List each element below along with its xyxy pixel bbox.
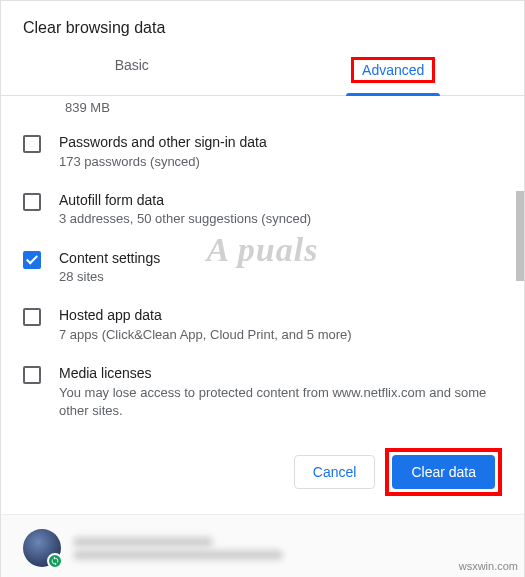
- option-title: Content settings: [59, 249, 502, 269]
- tab-advanced[interactable]: Advanced: [263, 47, 525, 95]
- option-text: Media licenses You may lose access to pr…: [59, 364, 502, 420]
- option-sub: 3 addresses, 50 other suggestions (synce…: [59, 210, 502, 228]
- truncated-size: 839 MB: [23, 96, 502, 123]
- avatar: [23, 529, 61, 567]
- checkbox-hosted-app[interactable]: [23, 308, 41, 326]
- checkbox-media-licenses[interactable]: [23, 366, 41, 384]
- option-title: Passwords and other sign-in data: [59, 133, 502, 153]
- option-sub: 7 apps (Click&Clean App, Cloud Print, an…: [59, 326, 502, 344]
- option-sub: 173 passwords (synced): [59, 153, 502, 171]
- button-row: Cancel Clear data: [1, 430, 524, 514]
- clear-browsing-dialog: Clear browsing data Basic Advanced 839 M…: [0, 0, 525, 577]
- clear-data-highlight: Clear data: [385, 448, 502, 496]
- option-media-licenses: Media licenses You may lose access to pr…: [23, 354, 502, 430]
- options-scroll-area: 839 MB Passwords and other sign-in data …: [1, 96, 524, 430]
- option-text: Hosted app data 7 apps (Click&Clean App,…: [59, 306, 502, 344]
- tab-bar: Basic Advanced: [1, 47, 524, 96]
- dialog-title: Clear browsing data: [1, 1, 524, 47]
- option-passwords: Passwords and other sign-in data 173 pas…: [23, 123, 502, 181]
- option-sub: You may lose access to protected content…: [59, 384, 502, 420]
- option-content-settings: Content settings 28 sites: [23, 239, 502, 297]
- tab-basic-label: Basic: [115, 57, 149, 73]
- option-title: Media licenses: [59, 364, 502, 384]
- option-hosted-app: Hosted app data 7 apps (Click&Clean App,…: [23, 296, 502, 354]
- profile-text-blurred: [73, 534, 502, 563]
- profile-row: [23, 529, 502, 577]
- scrollbar[interactable]: [516, 191, 524, 281]
- checkbox-passwords[interactable]: [23, 135, 41, 153]
- option-autofill: Autofill form data 3 addresses, 50 other…: [23, 181, 502, 239]
- option-title: Hosted app data: [59, 306, 502, 326]
- source-watermark: wsxwin.com: [459, 560, 518, 572]
- tab-advanced-highlight: Advanced: [351, 57, 435, 83]
- option-text: Passwords and other sign-in data 173 pas…: [59, 133, 502, 171]
- option-text: Autofill form data 3 addresses, 50 other…: [59, 191, 502, 229]
- option-text: Content settings 28 sites: [59, 249, 502, 287]
- tab-basic[interactable]: Basic: [1, 47, 263, 95]
- clear-data-button[interactable]: Clear data: [392, 455, 495, 489]
- checkbox-content-settings[interactable]: [23, 251, 41, 269]
- tab-advanced-label: Advanced: [362, 62, 424, 78]
- checkbox-autofill[interactable]: [23, 193, 41, 211]
- sync-icon: [47, 553, 63, 569]
- cancel-button[interactable]: Cancel: [294, 455, 376, 489]
- footer: To clear browsing data from this device …: [1, 514, 524, 577]
- option-title: Autofill form data: [59, 191, 502, 211]
- option-sub: 28 sites: [59, 268, 502, 286]
